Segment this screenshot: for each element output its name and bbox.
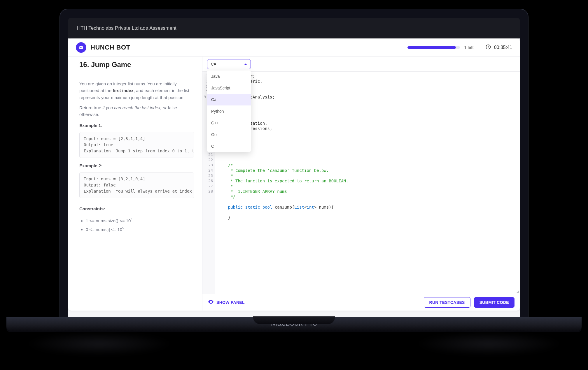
show-panel-button[interactable]: SHOW PANEL	[208, 299, 245, 306]
laptop-frame: HTH Technolabs Private Ltd ada Assessmen…	[60, 9, 528, 320]
progress-fill	[407, 46, 456, 49]
app-header: HTH Technolabs Private Ltd ada Assessmen…	[68, 18, 520, 38]
main-panel: HUNCH BOT 1 left 00:35:41	[68, 38, 520, 319]
clock-icon	[485, 44, 491, 51]
svg-rect-0	[79, 46, 83, 49]
progress-bar	[407, 46, 460, 49]
language-selected-label: C#	[211, 62, 216, 66]
example2-label: Example 2:	[79, 163, 194, 168]
language-option[interactable]: C#	[207, 94, 251, 105]
constraint-sup: 5	[122, 226, 124, 230]
example1-box: Input: nums = [2,3,1,1,4] Output: true E…	[79, 132, 194, 158]
code-lines[interactable]: deDom.Compiler; llections.Generic; llect…	[215, 72, 520, 294]
timer: 00:35:41	[485, 44, 512, 51]
language-option[interactable]: Go	[207, 129, 251, 140]
example1-label: Example 1:	[79, 123, 194, 128]
svg-point-5	[210, 301, 211, 302]
show-panel-label: SHOW PANEL	[216, 300, 245, 305]
assessment-title: HTH Technolabs Private Ltd ada Assessmen…	[77, 25, 176, 31]
language-option[interactable]: C++	[207, 117, 251, 129]
constraint-text: 0 <= nums[i] <= 10	[86, 227, 122, 232]
constraint-item: 1 <= nums.size() <= 104	[86, 216, 194, 225]
editor-panel: C# JavaJavaScriptC#PythonC++GoC 1 2 3 4 …	[202, 57, 520, 311]
progress-text: 1 left	[464, 45, 474, 50]
brand-logo-icon	[76, 42, 86, 53]
editor-toolbar: C# JavaJavaScriptC#PythonC++GoC	[202, 57, 520, 72]
problem-title: 16. Jump Game	[79, 61, 194, 69]
language-option[interactable]: Java	[207, 71, 251, 82]
language-dropdown[interactable]: JavaJavaScriptC#PythonC++GoC	[207, 71, 251, 152]
screen: HTH Technolabs Private Ltd ada Assessmen…	[68, 18, 520, 319]
top-bar: HUNCH BOT 1 left 00:35:41	[68, 38, 520, 57]
resize-handle-icon[interactable]	[515, 289, 519, 293]
constraints-label: Constraints:	[79, 206, 194, 211]
svg-point-2	[81, 47, 82, 47]
problem-description: You are given an integer list nums. You …	[79, 80, 194, 118]
assessment-card: HUNCH BOT 1 left 00:35:41	[68, 38, 520, 311]
run-testcases-button[interactable]: RUN TESTCASES	[424, 297, 470, 308]
problem-panel: 16. Jump Game You are given an integer l…	[68, 57, 202, 311]
eye-icon	[208, 299, 214, 306]
svg-rect-3	[81, 45, 81, 46]
laptop-notch	[253, 316, 335, 324]
shadow-decoration	[416, 332, 562, 355]
brand-name: HUNCH BOT	[90, 44, 130, 51]
run-label: RUN TESTCASES	[429, 300, 465, 305]
svg-point-1	[80, 47, 80, 47]
content-row: 16. Jump Game You are given an integer l…	[68, 57, 520, 311]
constraint-text: 1 <= nums.size() <= 10	[86, 218, 131, 223]
shadow-decoration	[26, 332, 172, 355]
progress-indicator: 1 left	[407, 45, 474, 50]
chevron-up-icon	[244, 62, 247, 66]
constraint-item: 0 <= nums[i] <= 105	[86, 225, 194, 234]
desc-bold: first index	[113, 88, 134, 93]
language-option[interactable]: JavaScript	[207, 82, 251, 94]
language-option[interactable]: Python	[207, 105, 251, 117]
constraint-sup: 4	[131, 218, 132, 221]
example2-box: Input: nums = [3,2,1,0,4] Output: false …	[79, 172, 194, 198]
language-option[interactable]: C	[207, 140, 251, 152]
constraints-list: 1 <= nums.size() <= 104 0 <= nums[i] <= …	[79, 216, 194, 234]
submit-label: SUBMIT CODE	[480, 300, 509, 305]
desc-italic: if you can reach the last index, or	[102, 105, 167, 110]
language-select[interactable]: C#	[207, 59, 251, 69]
submit-code-button[interactable]: SUBMIT CODE	[474, 297, 514, 308]
action-bar: SHOW PANEL RUN TESTCASES SUBMIT CODE	[202, 294, 520, 311]
desc-text: Return true	[79, 105, 102, 110]
timer-value: 00:35:41	[494, 45, 512, 50]
